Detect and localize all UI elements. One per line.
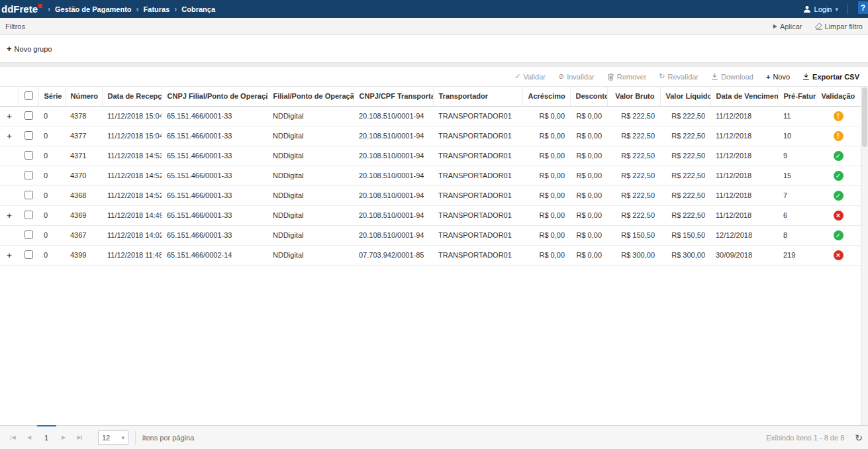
apply-filter-button[interactable]: ▶ Aplicar (773, 23, 802, 30)
column-header-filial[interactable]: Filial/Ponto de Operação (267, 87, 354, 106)
table-row: 0436711/12/2018 14:0265.151.466/0001-33N… (0, 225, 861, 245)
export-csv-button[interactable]: Exportar CSV (802, 73, 859, 81)
cell-numero: 4399 (65, 245, 102, 265)
validation-error-icon: × (834, 211, 844, 221)
validate-button[interactable]: ✓ Validar (514, 72, 546, 81)
cell-desconto: R$ 0,00 (570, 185, 607, 205)
download-button[interactable]: Download (711, 73, 753, 81)
expand-row-icon[interactable]: + (7, 250, 12, 260)
cell-numero: 4378 (65, 106, 102, 126)
pager-prev-button[interactable]: ◀ (21, 430, 37, 446)
column-header-transportador[interactable]: Transportador (433, 87, 522, 106)
row-checkbox[interactable] (24, 191, 33, 199)
pager: ◀ ◀ 1 ▶ ▶ 12 ▾ itens por página Exibindo… (0, 425, 868, 449)
validation-success-icon: ✓ (834, 191, 844, 201)
revalidate-button[interactable]: ↻ Revalidar (659, 72, 699, 81)
column-header-validacao[interactable]: Validação (816, 87, 861, 106)
top-navbar: ddFrete › Gestão de Pagamento › Faturas … (0, 0, 868, 18)
column-header-serie[interactable]: Série (38, 87, 65, 106)
column-header-valor-bruto[interactable]: Valor Bruto (607, 87, 660, 106)
refresh-icon[interactable]: ↻ (855, 432, 863, 443)
column-header-desconto[interactable]: Desconto (570, 87, 607, 106)
page-size-dropdown[interactable]: 12 ▾ (98, 430, 128, 445)
cell-transportador: TRANSPORTADOR01 (433, 205, 522, 225)
cell-filial: NDDigital (267, 146, 354, 166)
row-checkbox[interactable] (24, 171, 33, 179)
cell-cnpj-transportador: 20.108.510/0001-94 (354, 146, 433, 166)
breadcrumb-gestao-de-pagamento[interactable]: Gestão de Pagamento (55, 5, 132, 13)
cell-cnpj-filial: 65.151.466/0001-33 (162, 185, 267, 205)
remove-button[interactable]: Remover (607, 73, 647, 81)
invalidate-button[interactable]: ⊘ Invalidar (558, 72, 595, 81)
row-checkbox[interactable] (24, 211, 33, 219)
column-header-valor-liquido[interactable]: Valor Líquido (660, 87, 710, 106)
pager-first-button[interactable]: ◀ (5, 430, 21, 446)
scrollbar-thumb[interactable] (862, 87, 867, 147)
column-header-numero[interactable]: Número (65, 87, 102, 106)
validate-icon: ✓ (514, 72, 520, 81)
new-group-label: Novo grupo (15, 45, 52, 53)
logo-flag-icon (38, 4, 42, 8)
cell-cnpj-filial: 65.151.466/0002-14 (162, 245, 267, 265)
page-size-value: 12 (102, 434, 110, 442)
clear-filter-button[interactable]: Limpar filtro (814, 23, 863, 30)
cell-transportador: TRANSPORTADOR01 (433, 106, 522, 126)
cell-acrescimo: R$ 0,00 (522, 225, 570, 245)
login-menu[interactable]: Login (814, 5, 832, 13)
row-checkbox[interactable] (24, 111, 33, 120)
last-page-icon (81, 435, 82, 440)
vertical-scrollbar[interactable] (861, 87, 868, 425)
download-icon (711, 73, 718, 80)
new-button[interactable]: + Novo (766, 73, 790, 81)
cell-desconto: R$ 0,00 (570, 146, 607, 166)
cell-data-recepcao: 11/12/2018 15:04 (102, 126, 162, 146)
row-checkbox[interactable] (24, 131, 33, 140)
breadcrumb-separator-icon: › (174, 5, 177, 14)
clear-filter-label: Limpar filtro (825, 23, 863, 30)
cell-filial: NDDigital (267, 245, 354, 265)
cell-serie: 0 (38, 225, 65, 245)
cell-valor-liquido: R$ 222,50 (660, 146, 710, 166)
validation-error-icon: × (834, 250, 844, 260)
cell-validacao: ✓ (816, 225, 861, 245)
cell-desconto: R$ 0,00 (570, 126, 607, 146)
expand-row-icon[interactable]: + (7, 111, 12, 121)
pager-page-1[interactable]: 1 (37, 430, 56, 446)
row-checkbox[interactable] (24, 151, 33, 160)
help-button[interactable]: ? (858, 1, 868, 14)
expand-row-icon[interactable]: + (7, 131, 12, 141)
table-row: 0437011/12/2018 14:5265.151.466/0001-33N… (0, 166, 861, 185)
cell-valor-bruto: R$ 222,50 (607, 146, 660, 166)
column-header-pre-fatura[interactable]: Pré-Fatura (778, 87, 816, 106)
column-header-cnpj-filial[interactable]: CNPJ Filial/Ponto de Operação (162, 87, 267, 106)
row-checkbox[interactable] (24, 250, 33, 259)
column-header-data-recepcao[interactable]: Data de Recepção↓ (102, 87, 162, 106)
breadcrumb-faturas[interactable]: Faturas (144, 5, 170, 13)
cell-pre-fatura: 8 (778, 225, 816, 245)
row-checkbox[interactable] (24, 230, 33, 239)
cell-data-recepcao: 11/12/2018 14:52 (102, 166, 162, 185)
cell-acrescimo: R$ 0,00 (522, 166, 570, 185)
header-expand-column (0, 87, 19, 106)
column-header-cnpj-transportador[interactable]: CNPJ/CPF Transportador (354, 87, 433, 106)
cell-data-recepcao: 11/12/2018 14:49 (102, 205, 162, 225)
cell-pre-fatura: 10 (778, 126, 816, 146)
cell-acrescimo: R$ 0,00 (522, 185, 570, 205)
select-all-checkbox[interactable] (24, 91, 33, 100)
filter-panel: + Novo grupo (0, 35, 868, 63)
breadcrumb-cobranca[interactable]: Cobrança (181, 5, 215, 13)
apply-icon: ▶ (773, 23, 777, 29)
cell-serie: 0 (38, 185, 65, 205)
new-group-button[interactable]: + Novo grupo (7, 44, 52, 54)
pager-last-button[interactable]: ▶ (72, 430, 87, 446)
trash-icon (607, 73, 614, 81)
expand-cell (0, 146, 19, 166)
pager-next-button[interactable]: ▶ (56, 430, 72, 446)
column-header-acrescimo[interactable]: Acréscimo (522, 87, 570, 106)
table-row: +0439911/12/2018 11:4865.151.466/0002-14… (0, 245, 861, 265)
cell-data-vencimento: 11/12/2018 (710, 106, 778, 126)
remove-label: Remover (617, 73, 647, 81)
expand-row-icon[interactable]: + (7, 211, 12, 221)
app-logo[interactable]: ddFrete (1, 3, 42, 15)
column-header-data-vencimento[interactable]: Data de Vencimento (710, 87, 778, 106)
